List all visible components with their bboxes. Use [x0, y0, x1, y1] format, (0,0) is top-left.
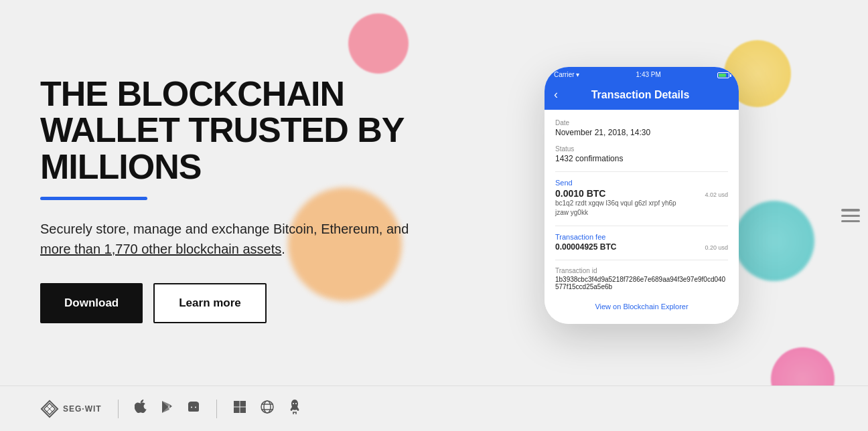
segwit-logo: SEG·WIT — [40, 400, 102, 418]
svg-point-11 — [264, 401, 271, 413]
time-text: 1:43 PM — [636, 71, 661, 78]
svg-rect-6 — [234, 401, 240, 407]
fee-usd: 0.20 usd — [705, 244, 728, 251]
segwit-diamond-icon — [40, 400, 59, 418]
txid-value: 1b3938cbc3f4d9a5218f7286e7e689aa94f3e97e… — [555, 276, 728, 290]
android-icon[interactable] — [187, 400, 200, 418]
macos-icon[interactable] — [260, 400, 275, 418]
date-label: Date — [555, 119, 728, 126]
svg-point-14 — [293, 403, 294, 404]
svg-rect-7 — [240, 401, 246, 407]
description: Securely store, manage and exchange Bitc… — [40, 219, 415, 259]
windows-icon[interactable] — [233, 400, 246, 417]
phone-mockup: Carrier ▾ 1:43 PM ‹ Transaction Details … — [545, 67, 739, 324]
send-label: Send — [555, 179, 728, 187]
platform-icons-2 — [233, 399, 301, 418]
svg-point-10 — [261, 401, 273, 413]
description-text-1: Securely store, manage and exchange Bitc… — [40, 222, 409, 236]
divider-1 — [555, 171, 728, 172]
phone-status-bar: Carrier ▾ 1:43 PM — [545, 67, 739, 82]
assets-link[interactable]: more than 1,770 other blockchain assets — [40, 242, 281, 256]
phone-screen-title: Transaction Details — [565, 89, 729, 101]
bottom-bar: SEG·WIT — [0, 385, 868, 431]
svg-rect-9 — [240, 408, 246, 414]
left-content: THE BLOCKCHAIN WALLET TRUSTED BY MILLION… — [40, 76, 455, 356]
svg-point-5 — [195, 407, 196, 408]
download-button[interactable]: Download — [40, 283, 143, 323]
svg-rect-8 — [234, 408, 240, 414]
date-field: Date November 21, 2018, 14:30 — [555, 119, 728, 137]
send-amount: 0.0010 BTC — [555, 188, 605, 199]
status-field: Status 1432 confirmations — [555, 145, 728, 163]
phone-header: ‹ Transaction Details — [545, 82, 739, 110]
battery-indicator — [717, 71, 729, 78]
send-section: Send 0.0010 BTC 4.02 usd bc1q2 rzdt xgqw… — [555, 179, 728, 218]
fee-section: Transaction fee 0.00004925 BTC 0.20 usd — [555, 233, 728, 252]
divider-3 — [555, 260, 728, 260]
txid-field: Transaction id 1b3938cbc3f4d9a5218f7286e… — [555, 267, 728, 290]
send-amount-row: 0.0010 BTC 4.02 usd — [555, 188, 728, 199]
main-title: THE BLOCKCHAIN WALLET TRUSTED BY MILLION… — [40, 76, 429, 185]
carrier-text: Carrier ▾ — [554, 71, 579, 78]
description-text-2: . — [281, 242, 285, 256]
blue-underline-decoration — [40, 197, 147, 200]
platform-icons — [135, 400, 200, 418]
divider-platforms — [216, 400, 217, 418]
apple-icon[interactable] — [135, 400, 148, 418]
google-play-icon[interactable] — [161, 400, 173, 417]
segwit-label: SEG·WIT — [63, 404, 102, 414]
linux-icon[interactable] — [288, 399, 301, 418]
fee-amount: 0.00004925 BTC — [555, 242, 616, 252]
status-label: Status — [555, 145, 728, 153]
date-value: November 21, 2018, 14:30 — [555, 128, 728, 137]
fee-label: Transaction fee — [555, 233, 728, 241]
divider-segwit — [118, 400, 119, 418]
send-usd: 4.02 usd — [705, 191, 728, 198]
phone-body: Date November 21, 2018, 14:30 Status 143… — [545, 110, 739, 324]
learn-more-button[interactable]: Learn more — [153, 283, 267, 323]
cta-buttons: Download Learn more — [40, 283, 429, 323]
send-address: bc1q2 rzdt xgqw l36q vqul g6zl xrpf yh6p… — [555, 199, 728, 218]
fee-amount-row: 0.00004925 BTC 0.20 usd — [555, 242, 728, 252]
hero-section: THE BLOCKCHAIN WALLET TRUSTED BY MILLION… — [0, 0, 868, 431]
divider-2 — [555, 226, 728, 226]
svg-point-15 — [295, 403, 297, 404]
svg-point-4 — [191, 407, 192, 408]
view-explorer-link[interactable]: View on Blockchain Explorer — [555, 298, 728, 315]
status-value: 1432 confirmations — [555, 154, 728, 163]
back-arrow-icon[interactable]: ‹ — [554, 88, 558, 102]
right-content: Carrier ▾ 1:43 PM ‹ Transaction Details … — [455, 67, 828, 364]
txid-label: Transaction id — [555, 267, 728, 274]
